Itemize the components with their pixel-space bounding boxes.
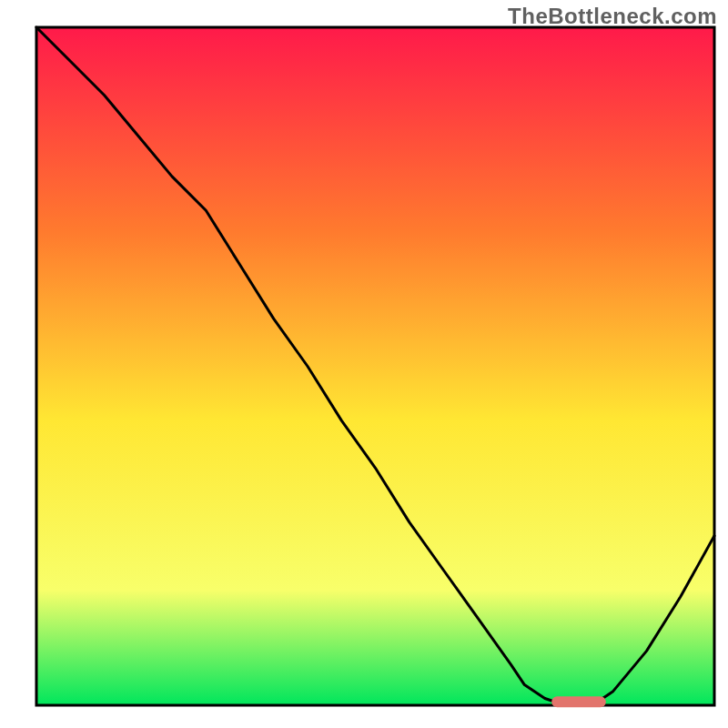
plot-background bbox=[36, 27, 714, 705]
plot-svg bbox=[0, 0, 728, 728]
chart-stage: TheBottleneck.com bbox=[0, 0, 728, 728]
minimum-marker bbox=[551, 696, 606, 707]
